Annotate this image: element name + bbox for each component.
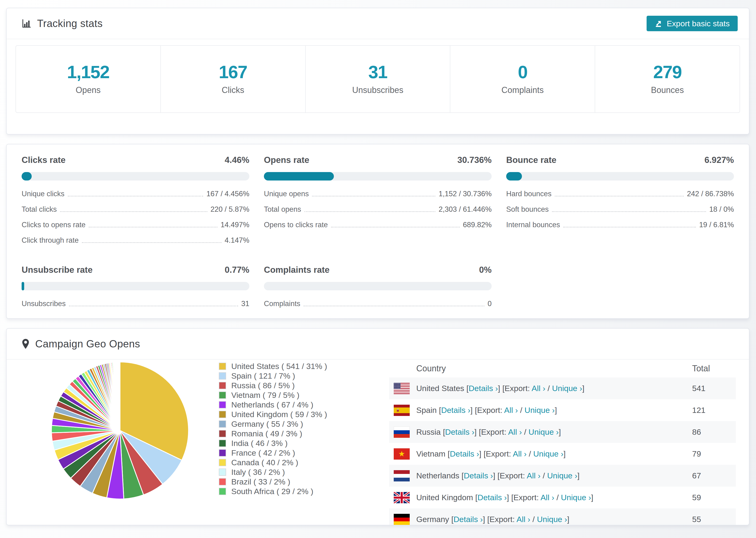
- dotted-leader: [82, 242, 221, 243]
- progress-bar: [506, 172, 734, 181]
- export-unique-link-netherlands[interactable]: Unique ›: [547, 471, 577, 480]
- campaign-geo-opens-card: Campaign Geo Opens United States ( 541 /…: [6, 328, 749, 525]
- legend-item-india[interactable]: India ( 46 / 3% ): [219, 439, 327, 448]
- flag-icon-es: [394, 405, 410, 416]
- export-all-link-germany[interactable]: All ›: [516, 515, 530, 524]
- rate-row-value: 2,303 / 61.446%: [439, 205, 492, 214]
- export-all-link-united-kingdom[interactable]: All ›: [540, 493, 554, 502]
- details-link-united-states[interactable]: Details ›: [469, 384, 498, 393]
- geo-body: United States ( 541 / 31% )Spain ( 121 /…: [7, 360, 749, 525]
- geo-total-cell: 59: [692, 493, 736, 502]
- stat-unsubscribes: 31Unsubscribes: [306, 46, 451, 112]
- details-link-spain[interactable]: Details ›: [441, 405, 470, 414]
- legend-item-brazil[interactable]: Brazil ( 33 / 2% ): [219, 477, 327, 487]
- details-link-germany[interactable]: Details ›: [454, 515, 483, 524]
- legend-item-france[interactable]: France ( 42 / 2% ): [219, 448, 327, 458]
- rate-rows: Unsubscribes31: [22, 296, 249, 311]
- dotted-leader: [555, 196, 684, 196]
- progress-bar: [264, 172, 492, 181]
- rate-row-value: 19 / 6.81%: [699, 221, 734, 229]
- rate-row-label: Hard bounces: [506, 190, 552, 198]
- rates-grid: Clicks rate4.46%Unique clicks167 / 4.456…: [7, 144, 749, 311]
- export-all-link-spain[interactable]: All ›: [504, 405, 518, 414]
- rate-value: 0.77%: [225, 265, 249, 275]
- punct: [: [464, 384, 469, 393]
- legend-label-vietnam: Vietnam ( 79 / 5% ): [231, 391, 299, 400]
- export-unique-link-united-kingdom[interactable]: Unique ›: [561, 493, 591, 502]
- legend-item-russia[interactable]: Russia ( 86 / 5% ): [219, 381, 327, 390]
- rate-block-opens-rate: Opens rate30.736%Unique opens1,152 / 30.…: [264, 155, 492, 248]
- geo-table-header-country: Country: [389, 364, 692, 373]
- bar-chart-icon: [22, 19, 31, 28]
- legend-item-canada[interactable]: Canada ( 40 / 2% ): [219, 458, 327, 467]
- rate-row-soft-bounces: Soft bounces18 / 0%: [506, 202, 734, 217]
- export-basic-stats-button[interactable]: Export basic stats: [647, 16, 738, 31]
- punct: ]: [564, 449, 566, 458]
- rate-row-complaints: Complaints0: [264, 296, 492, 311]
- export-unique-link-germany[interactable]: Unique ›: [537, 515, 567, 524]
- stat-value-clicks: 167: [219, 63, 247, 81]
- legend-item-netherlands[interactable]: Netherlands ( 67 / 4% ): [219, 400, 327, 409]
- geo-table-row-germany: Germany [Details ›] [Export: All › / Uni…: [389, 509, 736, 525]
- export-all-link-united-states[interactable]: All ›: [531, 384, 545, 393]
- punct: /: [518, 405, 524, 414]
- legend-item-spain[interactable]: Spain ( 121 / 7% ): [219, 371, 327, 381]
- punct: [: [459, 471, 464, 480]
- pie-slice-other[interactable]: [120, 362, 120, 430]
- export-basic-stats-label: Export basic stats: [667, 19, 730, 28]
- export-all-link-netherlands[interactable]: All ›: [527, 471, 541, 480]
- legend-item-italy[interactable]: Italy ( 36 / 2% ): [219, 467, 327, 477]
- rate-title: Opens rate: [264, 155, 309, 165]
- rate-row-value: 31: [242, 299, 249, 308]
- rate-rows: Hard bounces242 / 86.738%Soft bounces18 …: [506, 186, 734, 233]
- legend-swatch-south-africa: [219, 488, 226, 495]
- progress-bar: [22, 172, 249, 181]
- rate-block-clicks-rate: Clicks rate4.46%Unique clicks167 / 4.456…: [22, 155, 249, 248]
- details-link-russia[interactable]: Details ›: [445, 427, 474, 436]
- export-unique-link-spain[interactable]: Unique ›: [524, 405, 555, 414]
- geo-country-cell: Vietnam [Details ›] [Export: All › / Uni…: [416, 449, 692, 458]
- punct: /: [554, 493, 561, 502]
- country-name: United States: [416, 384, 464, 393]
- legend-swatch-italy: [219, 468, 226, 476]
- export-all-link-russia[interactable]: All ›: [508, 427, 522, 436]
- geo-table-row-spain: Spain [Details ›] [Export: All › / Uniqu…: [389, 399, 736, 421]
- rate-row-label: Unique clicks: [22, 190, 65, 198]
- geo-table-header-total: Total: [692, 364, 736, 373]
- tracking-stats-header: Tracking stats Export basic stats: [7, 8, 749, 39]
- legend-item-united-states[interactable]: United States ( 541 / 31% ): [219, 361, 327, 371]
- export-unique-link-united-states[interactable]: Unique ›: [552, 384, 582, 393]
- progress-bar-fill: [264, 172, 334, 181]
- geo-table-row-united-states: United States [Details ›] [Export: All ›…: [389, 377, 736, 399]
- punct: ] [Export:: [474, 427, 508, 436]
- legend-item-romania[interactable]: Romania ( 49 / 3% ): [219, 429, 327, 439]
- legend-label-russia: Russia ( 86 / 5% ): [231, 381, 295, 390]
- stats-summary-row: 1,152Opens167Clicks31Unsubscribes0Compla…: [16, 45, 740, 113]
- details-link-vietnam[interactable]: Details ›: [450, 449, 479, 458]
- tracking-stats-title: Tracking stats: [37, 18, 103, 29]
- legend-item-vietnam[interactable]: Vietnam ( 79 / 5% ): [219, 390, 327, 400]
- stat-opens: 1,152Opens: [16, 46, 161, 112]
- export-all-link-vietnam[interactable]: All ›: [513, 449, 527, 458]
- dotted-leader: [312, 196, 435, 196]
- legend-item-germany[interactable]: Germany ( 55 / 3% ): [219, 419, 327, 429]
- details-link-netherlands[interactable]: Details ›: [464, 471, 493, 480]
- rate-row-unsubscribes: Unsubscribes31: [22, 296, 249, 311]
- rate-value: 6.927%: [705, 155, 734, 165]
- flag-icon-nl: [394, 470, 410, 481]
- export-unique-link-vietnam[interactable]: Unique ›: [533, 449, 564, 458]
- rate-block-unsubscribe-rate: Unsubscribe rate0.77%Unsubscribes31: [22, 265, 249, 311]
- export-unique-link-russia[interactable]: Unique ›: [528, 427, 559, 436]
- rate-row-label: Unique opens: [264, 190, 309, 198]
- rate-row-label: Clicks to opens rate: [22, 221, 85, 229]
- legend-swatch-france: [219, 449, 226, 457]
- legend-swatch-vietnam: [219, 392, 226, 399]
- legend-label-spain: Spain ( 121 / 7% ): [231, 371, 295, 381]
- geo-table-row-russia: Russia [Details ›] [Export: All › / Uniq…: [389, 421, 736, 443]
- legend-item-united-kingdom[interactable]: United Kingdom ( 59 / 3% ): [219, 409, 327, 419]
- rate-head-complaints-rate: Complaints rate0%: [264, 265, 492, 275]
- details-link-united-kingdom[interactable]: Details ›: [477, 493, 507, 502]
- rate-head-bounce-rate: Bounce rate6.927%: [506, 155, 734, 165]
- legend-item-south-africa[interactable]: South Africa ( 29 / 2% ): [219, 487, 327, 496]
- punct: /: [527, 449, 533, 458]
